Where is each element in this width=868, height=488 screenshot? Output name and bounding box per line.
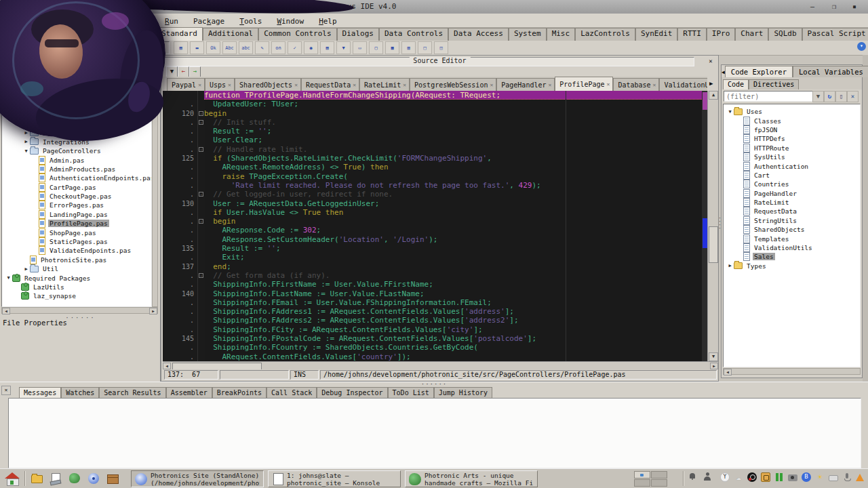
editor-tab-sharedobjects[interactable]: SharedObjects✕ [235, 78, 301, 91]
code-line[interactable]: // Get form data (if any). [204, 271, 702, 280]
palette-tab-data-controls[interactable]: Data Controls [379, 28, 448, 41]
source-editor-close-icon[interactable]: ✕ [706, 57, 715, 65]
camera-tray-icon[interactable] [788, 474, 797, 481]
tree-item[interactable]: SharedObjects [724, 225, 860, 234]
chevron-down-icon[interactable]: ▼ [726, 109, 734, 115]
chevron-down-icon[interactable]: ▼ [14, 121, 21, 126]
tree-item[interactable]: LandingPage.pas [2, 210, 151, 219]
scroll-left-icon[interactable]: ◀ [724, 369, 732, 375]
code-line[interactable]: ARequest.RemoteAddress) <> True) then [204, 163, 702, 171]
code-text-area[interactable]: function TProfilePage.HandleFormChangeSh… [204, 91, 702, 361]
dock-tab-debug-inspector[interactable]: Debug Inspector [317, 387, 387, 398]
code-line[interactable]: end; [204, 262, 702, 271]
tree-item[interactable]: ValidationUtils [724, 243, 860, 252]
taskbar-window-button[interactable]: 1: johns@slate – photronic_site — Konsol… [268, 470, 401, 487]
fold-toggle-icon[interactable]: - [199, 219, 203, 224]
tree-item[interactable]: RateLimit [724, 198, 860, 207]
tree-item[interactable]: Authentication [724, 161, 860, 170]
fold-toggle-icon[interactable]: - [199, 192, 203, 197]
menu-item-help[interactable]: Help [311, 15, 344, 26]
code-line[interactable]: AResponse.Code := 302; [204, 226, 702, 235]
tree-item[interactable]: HTTPDefs [724, 134, 860, 143]
editor-tab-usps[interactable]: Usps✕ [205, 78, 235, 91]
tree-item[interactable]: AuthenticationEndpoints.pas [2, 174, 151, 182]
code-line[interactable]: User := ARequestData.GetLoggedinUser; [204, 199, 702, 208]
code-line[interactable]: ShippingInfo.FCountry := SharedObjects.C… [204, 343, 702, 352]
tree-item[interactable]: ▼PageControllers [2, 146, 151, 155]
menu-item-tools[interactable]: Tools [232, 15, 269, 26]
chevron-down-icon[interactable]: ▾ [857, 42, 866, 51]
jump-back-button[interactable]: ← [178, 66, 189, 77]
chevron-down-icon[interactable]: ▼ [5, 275, 12, 281]
tcheckbox-icon[interactable]: ✓ [288, 41, 302, 54]
tmainmenu-icon[interactable]: ▤ [174, 41, 188, 54]
dock-tab-breakpoints[interactable]: BreakPoints [212, 387, 267, 398]
panel-tab-code-explorer[interactable]: Code Explorer [725, 66, 793, 77]
tree-item[interactable]: fpJSON [724, 125, 860, 134]
dock-tab-jump-history[interactable]: Jump History [434, 387, 492, 398]
user-session-icon[interactable] [703, 472, 711, 481]
filter-input[interactable] [724, 91, 816, 102]
microphone-tray-icon[interactable] [842, 472, 852, 482]
tframe-icon[interactable]: ◫ [434, 41, 448, 54]
palette-tab-synedit[interactable]: SynEdit [635, 28, 677, 41]
code-line[interactable]: Exit; [204, 253, 702, 262]
code-line[interactable]: // Handle rate limit. [204, 145, 702, 154]
tree-item[interactable]: ▶Types [724, 262, 860, 270]
notifications-bell-icon[interactable] [688, 472, 696, 481]
palette-tab-chart[interactable]: Chart [735, 28, 768, 41]
file-manager-launcher-icon[interactable] [30, 472, 43, 485]
tab-scroll-right-icon[interactable]: ▶ [709, 79, 717, 89]
fold-toggle-icon[interactable]: - [199, 111, 203, 116]
minimize-button[interactable]: – [806, 2, 819, 11]
code-line[interactable]: function TProfilePage.HandleFormChangeSh… [204, 91, 702, 100]
tree-item[interactable]: Sales [724, 252, 860, 261]
editor-horizontal-scrollbar[interactable]: ◀ ▶ [163, 361, 718, 369]
tradiogroup-icon[interactable]: ▦ [385, 41, 399, 54]
dock-tab-assembler[interactable]: Assembler [166, 387, 212, 398]
tree-item[interactable]: StaticPages.pas [2, 237, 151, 246]
virtual-desktop-1[interactable] [634, 471, 650, 479]
tab-close-icon[interactable]: ✕ [403, 82, 406, 88]
source-editor-titlebar[interactable]: Source Editor ✕ [163, 56, 717, 66]
palette-tab-ipro[interactable]: IPro [707, 28, 736, 41]
code-line[interactable]: ShippingInfo.FPostalCode := ARequest.Con… [204, 334, 702, 343]
code-line[interactable]: 'Rate limit reached. Please do not refre… [204, 181, 702, 190]
scroll-down-icon[interactable]: ▼ [709, 352, 718, 361]
chevron-right-icon[interactable]: ▶ [22, 266, 30, 272]
close-button[interactable]: ▪ [848, 2, 861, 11]
tree-item[interactable]: laz_synapse [2, 291, 151, 300]
obs-tray-icon[interactable] [747, 472, 757, 482]
code-line[interactable]: AResponse.SetCustomHeader('Location', '/… [204, 235, 702, 244]
editor-tab-ratelimit[interactable]: RateLimit✕ [359, 78, 410, 91]
panel-tab-local-variables[interactable]: Local Variables [793, 66, 868, 77]
maximize-button[interactable]: ❐ [827, 2, 841, 11]
code-line[interactable]: // Init stuff. [204, 118, 702, 127]
code-line[interactable]: if User.HasValue <> True then [204, 208, 702, 217]
tcombobox-icon[interactable]: ▼ [336, 41, 351, 54]
project-tree-vertical-scrollbar[interactable] [152, 98, 158, 307]
dock-tab-todo-list[interactable]: ToDo List [388, 387, 434, 398]
tree-item[interactable]: HTTPRoute [724, 144, 860, 152]
code-line[interactable]: if (SharedObjects.RateLimiter.CheckLimit… [204, 154, 702, 163]
clipboard-tray-icon[interactable] [761, 472, 770, 482]
tlistbox-icon[interactable]: ▤ [320, 41, 334, 54]
tree-item[interactable]: ▶DataModel [2, 128, 151, 137]
virtual-desktop-pager[interactable] [634, 471, 667, 487]
subtab-directives[interactable]: Directives [749, 79, 799, 89]
tree-item[interactable]: AdminProducts.pas [2, 165, 151, 174]
tree-item[interactable]: Classes [724, 116, 860, 125]
tree-item[interactable]: RequestData [724, 207, 860, 216]
palette-tab-pascal-script[interactable]: Pascal Script [802, 28, 868, 41]
subtab-code[interactable]: Code [723, 79, 749, 89]
palette-tab-additional[interactable]: Additional [203, 28, 258, 41]
jump-forward-button[interactable]: → [189, 66, 201, 77]
code-explorer-horizontal-scrollbar[interactable]: ◀ [723, 368, 861, 375]
chevron-right-icon[interactable]: ▶ [22, 139, 30, 144]
refresh-icon[interactable]: ↻ [824, 91, 835, 102]
virtual-desktop-2[interactable] [651, 471, 667, 479]
tree-item[interactable]: CartPage.pas [2, 183, 151, 192]
tree-item[interactable]: ShopPage.pas [2, 228, 151, 237]
dock-tab-watches[interactable]: Watches [61, 387, 99, 398]
tree-item[interactable]: CheckoutPage.pas [2, 192, 151, 201]
